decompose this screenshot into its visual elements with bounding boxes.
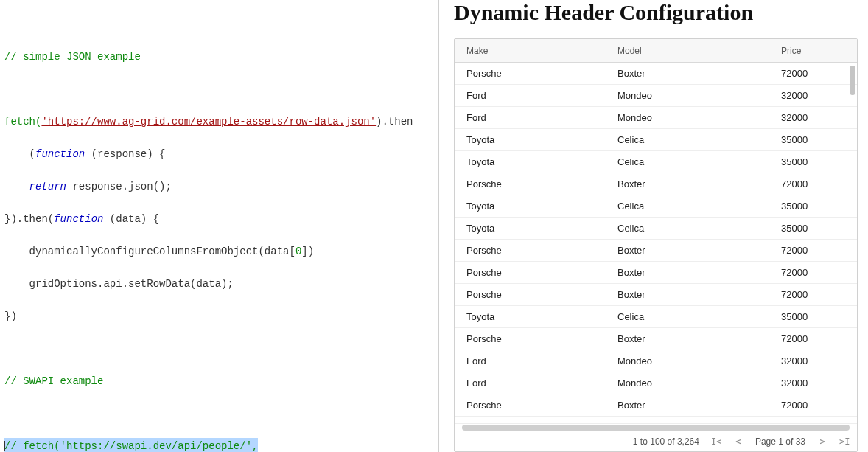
cell-make: Ford <box>455 112 613 123</box>
table-row[interactable]: ToyotaCelica35000 <box>455 195 857 218</box>
pager-next-icon[interactable]: > <box>817 437 827 447</box>
cell-price: 32000 <box>777 90 857 101</box>
code-text: (data) { <box>103 213 159 225</box>
cell-price: 72000 <box>777 68 857 79</box>
code-text: ).then <box>376 116 413 128</box>
cell-make: Porsche <box>455 400 613 411</box>
cell-make: Porsche <box>455 289 613 300</box>
cell-model: Boxter <box>613 178 777 190</box>
table-row[interactable]: ToyotaCelica35000 <box>455 306 857 328</box>
cell-price: 72000 <box>777 267 857 278</box>
code-keyword: function <box>35 148 85 160</box>
cell-model: Celica <box>613 223 777 234</box>
cell-price: 35000 <box>777 201 857 212</box>
cell-make: Toyota <box>455 134 613 145</box>
table-row[interactable]: ToyotaCelica35000 <box>455 129 857 151</box>
code-fetch: fetch( <box>4 116 41 128</box>
horizontal-scrollbar-thumb[interactable] <box>462 425 850 431</box>
code-keyword: return <box>29 181 66 192</box>
cell-model: Celica <box>613 311 777 322</box>
cell-make: Porsche <box>455 267 613 278</box>
preview-pane: Dynamic Header Configuration Make Model … <box>439 0 868 452</box>
col-header-make[interactable]: Make <box>455 46 613 56</box>
cell-price: 35000 <box>777 311 857 322</box>
code-comment: // SWAPI example <box>4 375 103 387</box>
cell-model: Mondeo <box>613 112 777 123</box>
table-row[interactable]: ToyotaCelica35000 <box>455 151 857 173</box>
cell-make: Ford <box>455 355 613 366</box>
cell-make: Porsche <box>455 68 613 79</box>
cell-make: Ford <box>455 90 613 101</box>
cell-model: Celica <box>613 134 777 145</box>
cell-model: Mondeo <box>613 90 777 101</box>
cell-make: Porsche <box>455 333 613 344</box>
cell-model: Boxter <box>613 333 777 344</box>
cell-make: Toyota <box>455 201 613 212</box>
cell-make: Porsche <box>455 245 613 256</box>
code-text: dynamicallyConfigureColumnsFromObject(da… <box>4 246 295 257</box>
vertical-scrollbar[interactable] <box>850 66 855 422</box>
cell-model: Boxter <box>613 289 777 300</box>
table-row[interactable]: PorscheBoxter72000 <box>455 394 857 417</box>
cell-model: Mondeo <box>613 355 777 366</box>
pager-page: Page 1 of 33 <box>755 437 805 447</box>
col-header-model[interactable]: Model <box>613 46 777 56</box>
grid-body[interactable]: PorscheBoxter72000FordMondeo32000FordMon… <box>455 63 857 423</box>
cell-price: 35000 <box>777 223 857 234</box>
cell-price: 72000 <box>777 333 857 344</box>
pager-range: 1 to 100 of 3,264 <box>633 437 699 447</box>
cell-model: Mondeo <box>613 378 777 389</box>
cell-price: 72000 <box>777 289 857 300</box>
code-comment: // fetch('https://swapi.dev/api/people/'… <box>4 440 258 452</box>
code-editor[interactable]: // simple JSON example fetch('https://ww… <box>0 0 438 452</box>
table-row[interactable]: PorscheBoxter72000 <box>455 328 857 350</box>
grid-header[interactable]: Make Model Price <box>455 39 857 63</box>
cell-price: 35000 <box>777 134 857 145</box>
vertical-scrollbar-thumb[interactable] <box>850 66 855 95</box>
cell-price: 35000 <box>777 156 857 167</box>
cell-make: Ford <box>455 378 613 389</box>
code-text: gridOptions.api.setRowData(data); <box>4 276 434 292</box>
table-row[interactable]: PorscheBoxter72000 <box>455 173 857 195</box>
cell-price: 72000 <box>777 245 857 256</box>
table-row[interactable]: FordMondeo32000 <box>455 85 857 107</box>
code-url: 'https://www.ag-grid.com/example-assets/… <box>41 116 376 128</box>
pager-last-icon[interactable]: >I <box>839 437 850 447</box>
cell-model: Boxter <box>613 267 777 278</box>
page-title: Dynamic Header Configuration <box>454 0 858 25</box>
code-text: ( <box>29 148 35 160</box>
data-grid[interactable]: Make Model Price PorscheBoxter72000FordM… <box>454 38 858 452</box>
cell-model: Celica <box>613 201 777 212</box>
cell-make: Porsche <box>455 178 613 190</box>
code-text: }).then( <box>4 213 54 225</box>
horizontal-scrollbar[interactable] <box>455 423 857 431</box>
pager: 1 to 100 of 3,264 I< < Page 1 of 33 > >I <box>455 431 857 451</box>
code-text: ]) <box>301 246 314 257</box>
cell-model: Celica <box>613 156 777 167</box>
cell-model: Boxter <box>613 68 777 79</box>
cell-model: Boxter <box>613 245 777 256</box>
cell-make: Toyota <box>455 311 613 322</box>
table-row[interactable]: FordMondeo32000 <box>455 372 857 394</box>
cell-make: Toyota <box>455 156 613 167</box>
table-row[interactable]: ToyotaCelica35000 <box>455 218 857 240</box>
code-comment: // simple JSON example <box>4 51 141 63</box>
table-row[interactable]: FordMondeo32000 <box>455 350 857 372</box>
code-text: response.json(); <box>66 181 172 192</box>
code-text: }) <box>4 308 434 324</box>
cell-make: Toyota <box>455 223 613 234</box>
cell-price: 32000 <box>777 378 857 389</box>
code-keyword: function <box>54 213 103 225</box>
col-header-price[interactable]: Price <box>777 46 857 56</box>
table-row[interactable]: FordMondeo32000 <box>455 107 857 129</box>
code-text <box>4 181 29 192</box>
cell-price: 72000 <box>777 400 857 411</box>
pager-prev-icon[interactable]: < <box>733 437 743 447</box>
pager-first-icon[interactable]: I< <box>711 437 721 447</box>
cell-model: Boxter <box>613 400 777 411</box>
table-row[interactable]: PorscheBoxter72000 <box>455 240 857 262</box>
table-row[interactable]: PorscheBoxter72000 <box>455 63 857 85</box>
table-row[interactable]: PorscheBoxter72000 <box>455 284 857 306</box>
cell-price: 72000 <box>777 178 857 190</box>
table-row[interactable]: PorscheBoxter72000 <box>455 262 857 284</box>
